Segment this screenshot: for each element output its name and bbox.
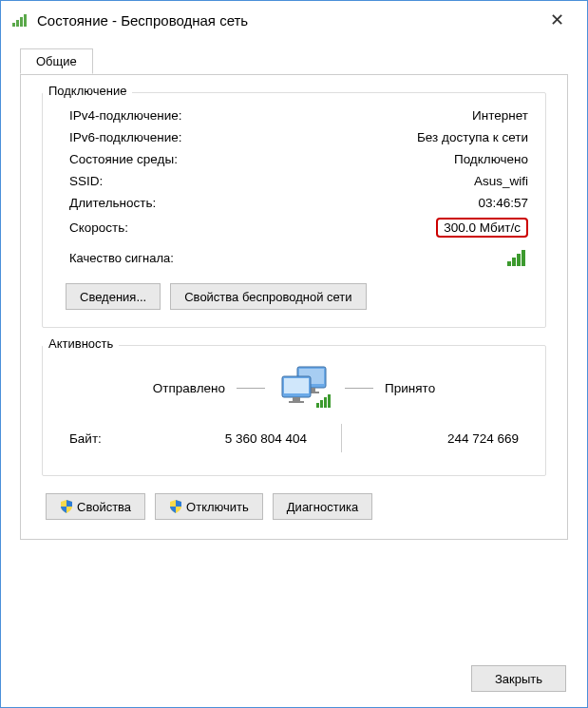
signal-label: Качество сигнала: (60, 251, 174, 265)
ipv6-value: Без доступа к сети (417, 130, 528, 144)
svg-rect-0 (12, 23, 15, 27)
content-area: Общие Подключение IPv4-подключение: Инте… (1, 39, 587, 559)
svg-rect-2 (20, 17, 23, 27)
titlebar: Состояние - Беспроводная сеть ✕ (1, 1, 587, 39)
speed-label: Скорость: (60, 220, 128, 235)
speed-value: 300.0 Мбит/c (436, 218, 528, 238)
dash-right (345, 388, 373, 389)
row-speed: Скорость: 300.0 Мбит/c (60, 214, 528, 241)
properties-button[interactable]: Свойства (46, 493, 145, 520)
activity-group-title: Активность (43, 336, 119, 351)
row-signal: Качество сигнала: (60, 241, 528, 276)
svg-rect-4 (507, 261, 511, 266)
shield-icon (169, 500, 182, 513)
recv-label: Принято (385, 381, 435, 395)
svg-rect-7 (522, 250, 525, 266)
duration-label: Длительность: (60, 196, 156, 210)
shield-icon (60, 500, 73, 513)
activity-graphic: Отправлено (60, 357, 528, 418)
bytes-row: Байт: 5 360 804 404 244 724 669 (60, 418, 528, 458)
ssid-value: Asus_wifi (474, 174, 528, 188)
sent-label: Отправлено (153, 381, 225, 395)
bytes-divider (341, 424, 342, 452)
connection-group: Подключение IPv4-подключение: Интернет I… (42, 92, 546, 328)
disable-button[interactable]: Отключить (155, 493, 263, 520)
svg-rect-19 (328, 394, 331, 408)
svg-rect-16 (316, 403, 319, 408)
svg-rect-15 (289, 401, 304, 403)
dash-left (237, 388, 265, 389)
properties-button-label: Свойства (77, 500, 131, 514)
tabs: Общие (20, 48, 568, 75)
svg-rect-6 (517, 254, 521, 266)
row-ipv4: IPv4-подключение: Интернет (60, 105, 528, 126)
svg-rect-13 (284, 378, 309, 393)
close-button[interactable]: Закрыть (471, 665, 566, 692)
signal-bars-icon (507, 249, 528, 266)
row-ipv6: IPv6-подключение: Без доступа к сети (60, 126, 528, 148)
media-label: Состояние среды: (60, 152, 178, 166)
row-media: Состояние среды: Подключено (60, 148, 528, 170)
tab-panel: Подключение IPv4-подключение: Интернет I… (20, 74, 568, 540)
diagnose-button[interactable]: Диагностика (273, 493, 372, 520)
duration-value: 03:46:57 (478, 196, 528, 210)
bytes-sent: 5 360 804 404 (145, 431, 326, 446)
wireless-properties-button[interactable]: Свойства беспроводной сети (170, 283, 366, 310)
status-dialog-window: Состояние - Беспроводная сеть ✕ Общие По… (0, 0, 588, 708)
dialog-footer: Закрыть (471, 665, 566, 692)
tab-general[interactable]: Общие (20, 48, 93, 74)
row-duration: Длительность: 03:46:57 (60, 192, 528, 214)
ipv4-value: Интернет (472, 108, 528, 123)
media-value: Подключено (454, 152, 528, 166)
svg-rect-17 (320, 400, 323, 408)
connection-group-title: Подключение (43, 84, 132, 98)
svg-rect-1 (16, 20, 19, 27)
bytes-label: Байт: (60, 431, 145, 446)
window-title: Состояние - Беспроводная сеть (37, 12, 538, 29)
svg-rect-3 (24, 14, 27, 27)
details-button[interactable]: Сведения... (66, 283, 161, 310)
ssid-label: SSID: (60, 174, 103, 188)
action-buttons: Свойства Отключить Диагностика (42, 493, 546, 520)
monitors-icon (276, 365, 333, 411)
svg-rect-18 (324, 397, 327, 408)
connection-button-row: Сведения... Свойства беспроводной сети (60, 283, 528, 310)
wifi-title-icon (12, 13, 29, 27)
disable-button-label: Отключить (186, 500, 249, 514)
ipv4-label: IPv4-подключение: (60, 108, 181, 123)
svg-rect-14 (293, 397, 300, 401)
close-icon[interactable]: ✕ (538, 11, 576, 29)
activity-group: Активность Отправлено (42, 345, 546, 476)
svg-rect-5 (512, 258, 516, 266)
row-ssid: SSID: Asus_wifi (60, 170, 528, 192)
bytes-received: 244 724 669 (357, 431, 528, 446)
ipv6-label: IPv6-подключение: (60, 130, 181, 144)
